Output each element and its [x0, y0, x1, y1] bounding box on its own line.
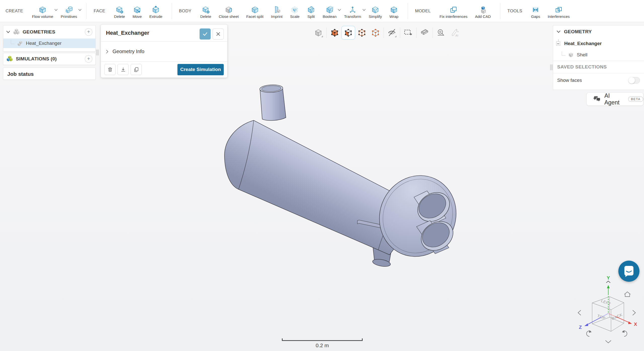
left-panel-resize-handle[interactable]: [96, 50, 99, 55]
view-tool-hide-button[interactable]: [385, 26, 399, 40]
download-icon: [120, 67, 126, 73]
v-measure-icon: [436, 28, 446, 38]
ic-cube-delete: [202, 6, 210, 14]
toolbar-item-body-split[interactable]: Split: [307, 4, 315, 19]
roll-cw-icon[interactable]: [622, 330, 627, 337]
simulations-panel: SIMULATIONS (0) +: [3, 53, 96, 65]
toolbar-item-face-delete[interactable]: Delete: [114, 4, 125, 19]
chevron-down-icon: [557, 30, 560, 33]
view-tool-clip-plane-button[interactable]: [418, 26, 431, 40]
ic-cube-scale: [291, 6, 299, 14]
saved-selections-header: SAVED SELECTIONS: [553, 61, 644, 73]
ic-gaps: [532, 6, 540, 14]
view-tool-select-volume-button[interactable]: [328, 26, 342, 40]
shell-label: Shell: [577, 52, 587, 58]
chat-bubble-icon: [623, 265, 635, 277]
toolbar-item-body-transform[interactable]: Transform: [344, 4, 361, 19]
nav-face-back[interactable]: BACK: [611, 312, 623, 321]
view-toolbar-separator: [400, 27, 400, 38]
roll-ccw-icon[interactable]: [587, 330, 592, 337]
ic-cube-simplify: [371, 6, 379, 14]
toolbar-item-label: Wrap: [390, 14, 399, 19]
download-geometry-button[interactable]: [118, 64, 129, 75]
rotate-down-chevron[interactable]: [605, 340, 611, 343]
toolbar-item-label: Primitives: [61, 14, 77, 19]
view-toolbar-separator: [326, 27, 327, 38]
solid-cube-icon: [568, 52, 574, 58]
toolbar-item-model-fix-interferences[interactable]: Fix interferences: [440, 4, 468, 19]
ai-agent-label: AI Agent: [604, 92, 625, 106]
create-simulation-button[interactable]: Create Simulation: [177, 64, 224, 75]
toolbar-item-body-delete[interactable]: Delete: [200, 4, 211, 19]
toolbar-item-body-close-sheet[interactable]: Close sheet: [219, 4, 239, 19]
rotate-right-chevron[interactable]: [633, 310, 635, 315]
collapse-icon[interactable]: [556, 42, 560, 46]
add-geometry-button[interactable]: +: [85, 28, 92, 36]
toolbar-item-label: Move: [133, 14, 142, 19]
axis-z-label: Z: [579, 325, 582, 330]
toolbar-item-create-flow-volume[interactable]: Flow volume: [32, 4, 53, 19]
delete-geometry-button[interactable]: [104, 64, 116, 75]
toolbar-separator: [172, 3, 172, 19]
simulations-header[interactable]: SIMULATIONS (0) +: [3, 53, 95, 65]
view-tool-box-select-button[interactable]: [401, 26, 415, 40]
view-tool-render-mode-button[interactable]: [312, 26, 325, 40]
geometry-tree-item-heat-exchanger[interactable]: Heat_Exchanger: [3, 39, 95, 48]
view-tool-select-face-button[interactable]: [342, 26, 355, 40]
axis-x-arrow: [628, 322, 632, 324]
add-simulation-button[interactable]: +: [85, 55, 92, 63]
detail-header: Heat_Exchanger: [101, 25, 227, 42]
toolbar-item-body-facet-split[interactable]: Facet split: [246, 4, 263, 19]
ic-cube-primitives: [65, 6, 73, 14]
toolbar-item-body-wrap[interactable]: Wrap: [390, 4, 399, 19]
copy-icon: [133, 67, 139, 73]
right-panel-resize-handle[interactable]: [550, 64, 553, 70]
geometries-icon: [13, 28, 20, 36]
confirm-button[interactable]: [200, 28, 211, 40]
toolbar-item-label: Flow volume: [32, 14, 53, 19]
toolbar-item-body-scale[interactable]: Scale: [290, 4, 300, 19]
v-select-face-icon: [344, 28, 353, 38]
scale-bar-label: 0.2 m: [282, 342, 363, 348]
geometry-section-header[interactable]: GEOMETRY: [553, 25, 644, 38]
simulations-title: SIMULATIONS (0): [16, 56, 85, 62]
navigation-cube[interactable]: LEFT TOP BACK Y Z X: [573, 274, 641, 346]
v-select-volume-icon: [330, 28, 339, 38]
nav-up-chevron[interactable]: [606, 281, 610, 283]
home-view-icon[interactable]: [624, 292, 630, 297]
nav-face-left[interactable]: LEFT: [600, 298, 612, 306]
view-tool-measure-button[interactable]: [434, 26, 448, 40]
toolbar-item-body-boolean[interactable]: Boolean: [323, 4, 336, 19]
toolbar-item-body-imprint[interactable]: Imprint: [271, 4, 283, 19]
toolbar-group-label-model: MODEL: [415, 9, 431, 14]
toolbar-item-label: Imprint: [271, 14, 283, 19]
geometry-info-row[interactable]: Geometry Info: [101, 42, 227, 62]
ai-agent-button[interactable]: AI Agent BETA: [586, 92, 643, 106]
beta-badge: BETA: [628, 96, 643, 102]
toolbar-item-face-move[interactable]: Move: [133, 4, 142, 19]
show-faces-toggle[interactable]: [628, 77, 640, 84]
support-chat-button[interactable]: [618, 261, 639, 282]
toolbar-item-tools-gaps[interactable]: Gaps: [531, 4, 540, 19]
toolbar-item-tools-interferences[interactable]: Interferences: [548, 4, 570, 19]
toolbar-item-model-add-cad[interactable]: Add CAD: [475, 4, 491, 19]
scene-tree-root[interactable]: Heat_Exchanger: [553, 38, 644, 49]
duplicate-geometry-button[interactable]: [131, 64, 142, 75]
geometries-header[interactable]: GEOMETRIES +: [3, 25, 95, 39]
view-tool-select-vertex-button[interactable]: [369, 26, 382, 40]
toolbar-item-create-primitives[interactable]: Primitives: [61, 4, 77, 19]
ic-cube-wrap: [390, 6, 398, 14]
ic-cube-move: [133, 6, 141, 14]
toolbar-separator: [86, 3, 87, 19]
toolbar-item-body-simplify[interactable]: Simplify: [369, 4, 382, 19]
toolbar-item-label: Close sheet: [219, 14, 239, 19]
viewport-3d[interactable]: [0, 22, 644, 351]
toolbar-item-label: Gaps: [531, 14, 540, 19]
toolbar-item-face-extrude[interactable]: Extrude: [149, 4, 162, 19]
scene-tree-item-shell[interactable]: Shell: [553, 49, 644, 61]
view-tool-select-edge-button[interactable]: [355, 26, 369, 40]
rotate-left-chevron[interactable]: [578, 310, 581, 315]
close-panel-button[interactable]: [213, 28, 224, 40]
toolbar-item-label: Facet split: [246, 14, 263, 19]
toolbar-group-label-create: CREATE: [6, 9, 23, 14]
